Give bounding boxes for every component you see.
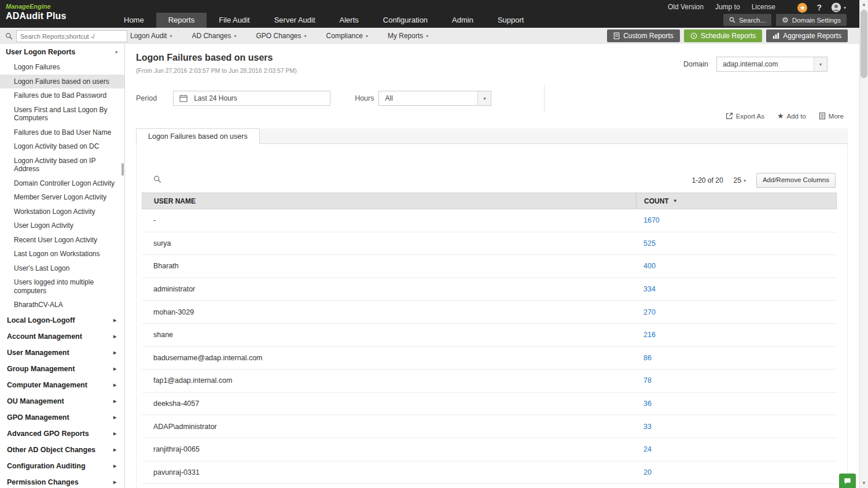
sidebar-item[interactable]: Users logged into multiple computers [0,275,124,298]
sidebar-item[interactable]: Logon Failures [0,60,124,75]
sidebar-item-label: Member Server Logon Activity [14,193,106,201]
app-logo[interactable]: ManageEngine ADAudit Plus [6,3,67,21]
count-cell: 33 [635,423,837,431]
vertical-scrollbar[interactable]: ▲ ▼ [859,0,868,488]
domain-select[interactable]: adap.internal.com ▾ [716,57,827,72]
menu-item[interactable]: My Reports ▾ [378,32,438,40]
report-tab-bar: Logon Failures based on users [136,128,848,144]
count-cell: 78 [635,376,837,385]
count-cell: 1670 [635,216,837,224]
scrollbar-thumb[interactable] [860,10,867,78]
nav-item[interactable]: Support [486,13,536,28]
utility-link[interactable]: Old Version [668,3,704,11]
count-link[interactable]: 400 [643,262,656,270]
scroll-up-arrow[interactable]: ▲ [860,1,868,9]
sidebar-item[interactable]: Logon Failures based on users [0,75,124,89]
menu-item[interactable]: AD Changes ▾ [182,32,246,40]
sidebar-category[interactable]: Advanced GPO Reports ▸ [0,426,124,442]
scroll-down-arrow[interactable]: ▼ [860,479,868,487]
add-to-button[interactable]: ★ Add to [777,112,806,120]
sidebar-category[interactable]: Configuration Auditing ▸ [0,458,124,474]
help-icon[interactable]: ? [816,3,822,12]
page-size-select[interactable]: 25 ▾ [734,176,746,184]
nav-item[interactable]: Configuration [371,13,440,28]
sidebar-item[interactable]: User Logon Activity [0,219,124,233]
schedule-reports-button[interactable]: Schedule Reports [684,29,762,42]
domain-settings-button[interactable]: ⚙ Domain Settings [776,14,847,26]
count-link[interactable]: 1670 [643,216,660,224]
chevron-down-icon: ▾ [426,34,428,39]
sidebar-category[interactable]: User Management ▸ [0,345,124,361]
aggregate-reports-button[interactable]: Aggregate Reports [766,29,848,42]
add-remove-columns-button[interactable]: Add/Remove Columns [756,173,836,188]
feedback-button[interactable] [839,474,856,488]
sidebar-item[interactable]: Domain Controller Logon Activity [0,176,124,191]
sidebar-category[interactable]: GPO Management ▸ [0,409,124,426]
user-menu[interactable]: ▾ [831,2,846,13]
page-size-value: 25 [734,176,741,184]
sidebar-item[interactable]: Failures due to Bad Password [0,88,124,103]
sidebar-item[interactable]: Member Server Logon Activity [0,190,124,205]
sidebar-item[interactable]: Logon Activity based on DC [0,139,124,154]
column-header-user-name[interactable]: USER NAME [142,193,636,209]
count-link[interactable]: 33 [643,423,652,431]
sidebar-item[interactable]: Recent User Logon Activity [0,233,124,247]
user-name-cell: deeksha-4057 [142,400,635,408]
sidebar-item[interactable]: User's Last Logon [0,261,124,276]
count-link[interactable]: 78 [643,376,652,385]
sidebar-category[interactable]: Permission Changes ▸ [0,474,124,488]
table-row: ADAP\administrator 33 [142,415,837,438]
sidebar-title: User Logon Reports [6,48,75,56]
sidebar-item[interactable]: Users First and Last Logon By Computers [0,103,124,125]
nav-item[interactable]: Admin [440,13,486,28]
count-link[interactable]: 36 [643,400,652,408]
export-as-button[interactable]: Export As [726,112,764,120]
chevron-right-icon: ▸ [113,317,116,323]
nav-item[interactable]: Alerts [328,13,371,28]
utility-link[interactable]: License [752,3,775,11]
menu-item[interactable]: Logon Audit ▾ [120,32,182,40]
sidebar-section-header[interactable]: User Logon Reports ▾ [0,44,124,60]
count-link[interactable]: 525 [643,239,656,247]
sidebar-item[interactable]: BharathCV-ALA [0,298,124,312]
sidebar-item[interactable]: Logon Activity based on IP Address [0,154,124,176]
sidebar-item[interactable]: Workstation Logon Activity [0,205,124,219]
utility-link[interactable]: Jump to [715,3,740,11]
nav-item[interactable]: Home [112,13,156,28]
hours-select[interactable]: All ▾ [378,91,491,106]
custom-reports-button[interactable]: Custom Reports [607,29,680,42]
table-search-icon[interactable] [153,175,161,186]
menu-item[interactable]: GPO Changes ▾ [246,32,316,40]
more-button[interactable]: More [819,112,844,120]
sidebar-category[interactable]: Account Management ▸ [0,328,124,345]
tab-logon-failures-based-on-users[interactable]: Logon Failures based on users [136,128,260,144]
column-header-count[interactable]: COUNT ▼ [636,193,836,209]
sidebar-scrollbar-thumb[interactable] [122,163,124,176]
notification-icon[interactable]: ★ [797,3,807,13]
sidebar-category[interactable]: Other AD Object Changes ▸ [0,442,124,458]
schedule-reports-label: Schedule Reports [701,32,756,40]
report-actions: Export As ★ Add to More [726,112,844,120]
count-link[interactable]: 24 [643,445,652,453]
sidebar-item-label: Users logged into multiple computers [14,278,94,295]
count-link[interactable]: 86 [643,354,652,362]
nav-item[interactable]: File Audit [207,13,262,28]
nav-item[interactable]: Server Audit [262,13,328,28]
sidebar-category[interactable]: Computer Management ▸ [0,377,124,393]
sidebar-category[interactable]: Group Management ▸ [0,361,124,377]
count-link[interactable]: 20 [643,468,652,476]
count-link[interactable]: 216 [643,331,656,339]
count-link[interactable]: 334 [643,285,656,293]
sidebar-item-label: Workstation Logon Activity [14,208,95,216]
period-picker[interactable]: Last 24 Hours [173,91,330,106]
sidebar-item[interactable]: Last Logon on Workstations [0,247,124,261]
sidebar-category[interactable]: Local Logon-Logoff ▸ [0,312,124,328]
sidebar-item[interactable]: Failures due to Bad User Name [0,125,124,140]
search-button[interactable]: Search... [723,14,771,26]
sidebar-category[interactable]: OU Management ▸ [0,393,124,409]
domain-filter: Domain adap.internal.com ▾ [683,57,827,72]
menu-item[interactable]: Compliance ▾ [317,32,378,40]
count-link[interactable]: 270 [643,308,656,316]
report-search-input[interactable] [16,30,127,42]
nav-item[interactable]: Reports [156,13,207,28]
